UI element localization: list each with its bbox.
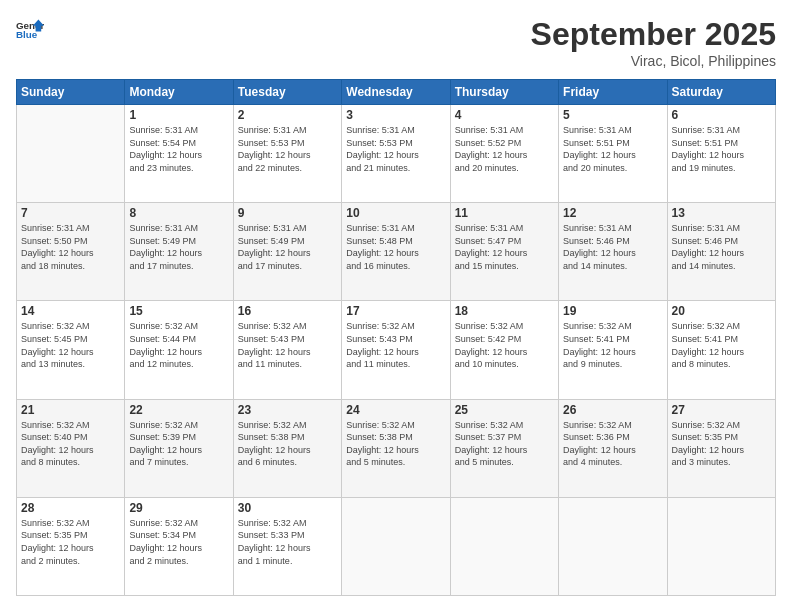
svg-text:Blue: Blue <box>16 29 38 40</box>
table-row: 23Sunrise: 5:32 AM Sunset: 5:38 PM Dayli… <box>233 399 341 497</box>
day-info: Sunrise: 5:32 AM Sunset: 5:39 PM Dayligh… <box>129 419 228 469</box>
col-thursday: Thursday <box>450 80 558 105</box>
day-number: 9 <box>238 206 337 220</box>
title-area: September 2025 Virac, Bicol, Philippines <box>531 16 776 69</box>
day-number: 2 <box>238 108 337 122</box>
col-tuesday: Tuesday <box>233 80 341 105</box>
table-row <box>667 497 775 595</box>
day-number: 24 <box>346 403 445 417</box>
table-row: 11Sunrise: 5:31 AM Sunset: 5:47 PM Dayli… <box>450 203 558 301</box>
day-number: 10 <box>346 206 445 220</box>
day-number: 26 <box>563 403 662 417</box>
table-row: 7Sunrise: 5:31 AM Sunset: 5:50 PM Daylig… <box>17 203 125 301</box>
day-info: Sunrise: 5:32 AM Sunset: 5:40 PM Dayligh… <box>21 419 120 469</box>
day-number: 29 <box>129 501 228 515</box>
day-info: Sunrise: 5:31 AM Sunset: 5:46 PM Dayligh… <box>563 222 662 272</box>
day-number: 22 <box>129 403 228 417</box>
day-info: Sunrise: 5:31 AM Sunset: 5:48 PM Dayligh… <box>346 222 445 272</box>
table-row: 25Sunrise: 5:32 AM Sunset: 5:37 PM Dayli… <box>450 399 558 497</box>
day-info: Sunrise: 5:32 AM Sunset: 5:41 PM Dayligh… <box>563 320 662 370</box>
day-info: Sunrise: 5:32 AM Sunset: 5:33 PM Dayligh… <box>238 517 337 567</box>
table-row: 27Sunrise: 5:32 AM Sunset: 5:35 PM Dayli… <box>667 399 775 497</box>
month-title: September 2025 <box>531 16 776 53</box>
location: Virac, Bicol, Philippines <box>531 53 776 69</box>
table-row <box>17 105 125 203</box>
header-row: Sunday Monday Tuesday Wednesday Thursday… <box>17 80 776 105</box>
calendar-table: Sunday Monday Tuesday Wednesday Thursday… <box>16 79 776 596</box>
day-number: 1 <box>129 108 228 122</box>
day-number: 7 <box>21 206 120 220</box>
day-info: Sunrise: 5:32 AM Sunset: 5:36 PM Dayligh… <box>563 419 662 469</box>
day-number: 25 <box>455 403 554 417</box>
day-number: 15 <box>129 304 228 318</box>
day-info: Sunrise: 5:31 AM Sunset: 5:49 PM Dayligh… <box>238 222 337 272</box>
day-number: 20 <box>672 304 771 318</box>
day-number: 6 <box>672 108 771 122</box>
table-row <box>342 497 450 595</box>
day-number: 21 <box>21 403 120 417</box>
day-number: 16 <box>238 304 337 318</box>
day-info: Sunrise: 5:32 AM Sunset: 5:43 PM Dayligh… <box>346 320 445 370</box>
day-number: 12 <box>563 206 662 220</box>
table-row: 1Sunrise: 5:31 AM Sunset: 5:54 PM Daylig… <box>125 105 233 203</box>
day-number: 28 <box>21 501 120 515</box>
day-info: Sunrise: 5:31 AM Sunset: 5:53 PM Dayligh… <box>346 124 445 174</box>
day-info: Sunrise: 5:32 AM Sunset: 5:41 PM Dayligh… <box>672 320 771 370</box>
col-saturday: Saturday <box>667 80 775 105</box>
day-info: Sunrise: 5:31 AM Sunset: 5:47 PM Dayligh… <box>455 222 554 272</box>
table-row: 14Sunrise: 5:32 AM Sunset: 5:45 PM Dayli… <box>17 301 125 399</box>
day-number: 11 <box>455 206 554 220</box>
table-row: 15Sunrise: 5:32 AM Sunset: 5:44 PM Dayli… <box>125 301 233 399</box>
day-info: Sunrise: 5:31 AM Sunset: 5:53 PM Dayligh… <box>238 124 337 174</box>
table-row: 2Sunrise: 5:31 AM Sunset: 5:53 PM Daylig… <box>233 105 341 203</box>
day-number: 23 <box>238 403 337 417</box>
day-info: Sunrise: 5:32 AM Sunset: 5:38 PM Dayligh… <box>346 419 445 469</box>
day-info: Sunrise: 5:31 AM Sunset: 5:54 PM Dayligh… <box>129 124 228 174</box>
day-number: 30 <box>238 501 337 515</box>
table-row: 10Sunrise: 5:31 AM Sunset: 5:48 PM Dayli… <box>342 203 450 301</box>
day-info: Sunrise: 5:32 AM Sunset: 5:44 PM Dayligh… <box>129 320 228 370</box>
day-info: Sunrise: 5:31 AM Sunset: 5:52 PM Dayligh… <box>455 124 554 174</box>
day-info: Sunrise: 5:31 AM Sunset: 5:51 PM Dayligh… <box>563 124 662 174</box>
day-number: 27 <box>672 403 771 417</box>
table-row: 22Sunrise: 5:32 AM Sunset: 5:39 PM Dayli… <box>125 399 233 497</box>
table-row: 3Sunrise: 5:31 AM Sunset: 5:53 PM Daylig… <box>342 105 450 203</box>
table-row: 20Sunrise: 5:32 AM Sunset: 5:41 PM Dayli… <box>667 301 775 399</box>
table-row: 26Sunrise: 5:32 AM Sunset: 5:36 PM Dayli… <box>559 399 667 497</box>
day-info: Sunrise: 5:32 AM Sunset: 5:35 PM Dayligh… <box>672 419 771 469</box>
header: General Blue September 2025 Virac, Bicol… <box>16 16 776 69</box>
day-number: 13 <box>672 206 771 220</box>
table-row: 19Sunrise: 5:32 AM Sunset: 5:41 PM Dayli… <box>559 301 667 399</box>
table-row: 24Sunrise: 5:32 AM Sunset: 5:38 PM Dayli… <box>342 399 450 497</box>
day-info: Sunrise: 5:31 AM Sunset: 5:49 PM Dayligh… <box>129 222 228 272</box>
table-row: 29Sunrise: 5:32 AM Sunset: 5:34 PM Dayli… <box>125 497 233 595</box>
day-info: Sunrise: 5:32 AM Sunset: 5:43 PM Dayligh… <box>238 320 337 370</box>
table-row: 13Sunrise: 5:31 AM Sunset: 5:46 PM Dayli… <box>667 203 775 301</box>
table-row: 5Sunrise: 5:31 AM Sunset: 5:51 PM Daylig… <box>559 105 667 203</box>
table-row: 12Sunrise: 5:31 AM Sunset: 5:46 PM Dayli… <box>559 203 667 301</box>
logo-icon: General Blue <box>16 16 44 44</box>
day-number: 14 <box>21 304 120 318</box>
day-info: Sunrise: 5:31 AM Sunset: 5:51 PM Dayligh… <box>672 124 771 174</box>
col-monday: Monday <box>125 80 233 105</box>
day-info: Sunrise: 5:32 AM Sunset: 5:37 PM Dayligh… <box>455 419 554 469</box>
day-number: 17 <box>346 304 445 318</box>
day-info: Sunrise: 5:32 AM Sunset: 5:42 PM Dayligh… <box>455 320 554 370</box>
day-number: 5 <box>563 108 662 122</box>
day-number: 3 <box>346 108 445 122</box>
table-row: 6Sunrise: 5:31 AM Sunset: 5:51 PM Daylig… <box>667 105 775 203</box>
col-sunday: Sunday <box>17 80 125 105</box>
table-row: 4Sunrise: 5:31 AM Sunset: 5:52 PM Daylig… <box>450 105 558 203</box>
day-info: Sunrise: 5:32 AM Sunset: 5:35 PM Dayligh… <box>21 517 120 567</box>
day-info: Sunrise: 5:32 AM Sunset: 5:45 PM Dayligh… <box>21 320 120 370</box>
col-wednesday: Wednesday <box>342 80 450 105</box>
day-info: Sunrise: 5:32 AM Sunset: 5:34 PM Dayligh… <box>129 517 228 567</box>
table-row: 17Sunrise: 5:32 AM Sunset: 5:43 PM Dayli… <box>342 301 450 399</box>
table-row: 8Sunrise: 5:31 AM Sunset: 5:49 PM Daylig… <box>125 203 233 301</box>
table-row <box>450 497 558 595</box>
table-row: 28Sunrise: 5:32 AM Sunset: 5:35 PM Dayli… <box>17 497 125 595</box>
day-info: Sunrise: 5:31 AM Sunset: 5:46 PM Dayligh… <box>672 222 771 272</box>
day-number: 4 <box>455 108 554 122</box>
page: General Blue September 2025 Virac, Bicol… <box>0 0 792 612</box>
table-row: 30Sunrise: 5:32 AM Sunset: 5:33 PM Dayli… <box>233 497 341 595</box>
